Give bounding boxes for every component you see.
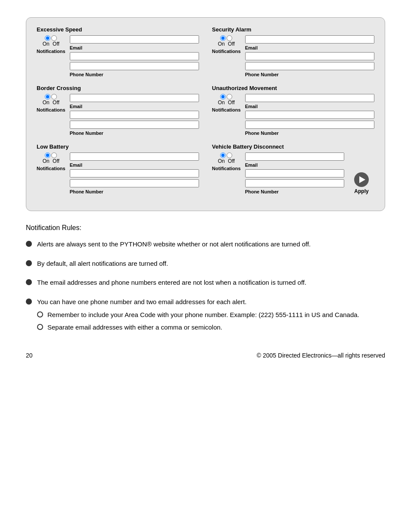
- vehicle-battery-controls: On Off Notifications: [212, 152, 241, 171]
- vehicle-battery-email-label: Email: [245, 162, 344, 168]
- vehicle-battery-email2[interactable]: [245, 169, 344, 177]
- unauthorized-movement-controls: On Off Notifications: [212, 94, 241, 112]
- bullet-dot-icon: [26, 241, 32, 247]
- page-number: 20: [26, 352, 33, 359]
- vehicle-battery-phone-label: Phone Number: [245, 189, 344, 194]
- list-item: Alerts are always sent to the PYTHON® we…: [26, 240, 385, 249]
- excessive-speed-phone-label: Phone Number: [70, 72, 199, 77]
- apply-col: Apply: [349, 172, 374, 194]
- border-crossing-notif-label: Notifications: [37, 107, 65, 112]
- vehicle-battery-off-radio[interactable]: [227, 152, 232, 158]
- border-crossing-off-radio[interactable]: [51, 94, 57, 100]
- low-battery-off-radio[interactable]: [51, 152, 57, 158]
- low-battery-on-radio[interactable]: [45, 152, 50, 158]
- border-crossing-phone[interactable]: [70, 121, 199, 129]
- unauthorized-movement-on-radio[interactable]: [220, 94, 226, 100]
- security-alarm-email-label: Email: [245, 45, 374, 50]
- low-battery-controls: On Off Notifications: [37, 152, 65, 171]
- border-crossing-off-label: Off: [53, 100, 59, 106]
- low-battery-title: Low Battery: [37, 143, 199, 150]
- low-battery-phone[interactable]: [70, 179, 199, 187]
- bullet-dot-icon: [26, 279, 32, 285]
- low-battery-notif-label: Notifications: [37, 166, 65, 171]
- security-alarm-phone[interactable]: [245, 62, 374, 70]
- apply-button[interactable]: Apply: [354, 172, 369, 194]
- border-crossing-title: Border Crossing: [37, 85, 199, 91]
- low-battery-email2[interactable]: [70, 169, 199, 177]
- security-alarm-email2[interactable]: [245, 52, 374, 60]
- border-crossing-fields: Email Phone Number: [70, 94, 199, 136]
- border-crossing-controls: On Off Notifications: [37, 94, 65, 112]
- unauthorized-movement-email-label: Email: [245, 104, 374, 109]
- sub-bullet-text-2: Separate email addresses with either a c…: [47, 323, 222, 333]
- list-item: Separate email addresses with either a c…: [37, 323, 359, 333]
- excessive-speed-email2[interactable]: [70, 52, 199, 60]
- security-alarm-off-radio[interactable]: [227, 35, 232, 41]
- list-item: By default, all alert notifications are …: [26, 259, 385, 269]
- right-column: Security Alarm On Off Notifications: [212, 26, 374, 202]
- excessive-speed-phone[interactable]: [70, 62, 199, 70]
- excessive-speed-email1[interactable]: [70, 35, 199, 44]
- excessive-speed-email-label: Email: [70, 45, 199, 50]
- security-alarm-off-label: Off: [228, 41, 235, 47]
- security-alarm-section: Security Alarm On Off Notifications: [212, 26, 374, 77]
- security-alarm-controls: On Off Notifications: [212, 35, 241, 54]
- security-alarm-phone-label: Phone Number: [245, 72, 374, 77]
- security-alarm-on-radio[interactable]: [220, 35, 226, 41]
- unauthorized-movement-email1[interactable]: [245, 94, 374, 102]
- excessive-speed-off-label: Off: [53, 41, 59, 47]
- list-item: You can have one phone number and two em…: [26, 297, 385, 335]
- bullet-text-2: By default, all alert notifications are …: [37, 259, 168, 269]
- unauthorized-movement-title: Unauthorized Movement: [212, 85, 374, 91]
- bullet-text-1: Alerts are always sent to the PYTHON® we…: [37, 240, 311, 249]
- security-alarm-email1[interactable]: [245, 35, 374, 44]
- unauthorized-movement-phone-label: Phone Number: [245, 131, 374, 136]
- security-alarm-title: Security Alarm: [212, 26, 374, 33]
- vehicle-battery-fields: Email Phone Number: [245, 152, 344, 194]
- border-crossing-on-radio[interactable]: [45, 94, 50, 100]
- vehicle-battery-on-label: On: [218, 158, 225, 164]
- unauthorized-movement-on-label: On: [218, 100, 225, 106]
- border-crossing-on-label: On: [43, 100, 50, 106]
- unauthorized-movement-email2[interactable]: [245, 111, 374, 119]
- unauthorized-movement-phone[interactable]: [245, 121, 374, 129]
- vehicle-battery-on-radio[interactable]: [220, 152, 226, 158]
- apply-label: Apply: [354, 188, 368, 194]
- bullet-dot-icon: [26, 260, 32, 266]
- excessive-speed-on-label: On: [43, 41, 50, 47]
- low-battery-email1[interactable]: [70, 152, 199, 161]
- low-battery-email-label: Email: [70, 162, 199, 168]
- excessive-speed-notif-label: Notifications: [37, 49, 65, 54]
- low-battery-on-label: On: [43, 158, 50, 164]
- excessive-speed-on-radio[interactable]: [45, 35, 50, 41]
- security-alarm-on-label: On: [218, 41, 225, 47]
- bullet-dot-icon: [26, 299, 32, 305]
- border-crossing-section: Border Crossing On Off Notifications: [37, 85, 199, 136]
- apply-icon: [354, 172, 369, 187]
- vehicle-battery-email1[interactable]: [245, 152, 344, 161]
- unauthorized-movement-section: Unauthorized Movement On Off Notificatio…: [212, 85, 374, 136]
- border-crossing-email2[interactable]: [70, 111, 199, 119]
- copyright-text: © 2005 Directed Electronics—all rights r…: [257, 352, 385, 359]
- unauthorized-movement-off-radio[interactable]: [227, 94, 232, 100]
- vehicle-battery-title: Vehicle Battery Disconnect: [212, 143, 374, 150]
- vehicle-battery-notif-label: Notifications: [212, 166, 241, 171]
- sub-bullet-icon: [37, 311, 43, 317]
- excessive-speed-title: Excessive Speed: [37, 26, 199, 33]
- excessive-speed-off-radio[interactable]: [51, 35, 57, 41]
- bullet-text-4: You can have one phone number and two em…: [37, 298, 246, 305]
- list-item: The email addresses and phone numbers en…: [26, 278, 385, 288]
- vehicle-battery-section: Vehicle Battery Disconnect On Off: [212, 143, 374, 194]
- main-panel: Excessive Speed On Off Notifications: [26, 17, 385, 211]
- excessive-speed-fields: Email Phone Number: [70, 35, 199, 77]
- bullet-text-3: The email addresses and phone numbers en…: [37, 278, 306, 288]
- security-alarm-notif-label: Notifications: [212, 49, 241, 54]
- notification-rules: Notification Rules: Alerts are always se…: [26, 224, 385, 335]
- border-crossing-phone-label: Phone Number: [70, 131, 199, 136]
- low-battery-phone-label: Phone Number: [70, 189, 199, 194]
- border-crossing-email1[interactable]: [70, 94, 199, 102]
- vehicle-battery-phone[interactable]: [245, 179, 344, 187]
- sub-bullet-icon: [37, 324, 43, 330]
- left-column: Excessive Speed On Off Notifications: [37, 26, 199, 202]
- bullet-list: Alerts are always sent to the PYTHON® we…: [26, 240, 385, 335]
